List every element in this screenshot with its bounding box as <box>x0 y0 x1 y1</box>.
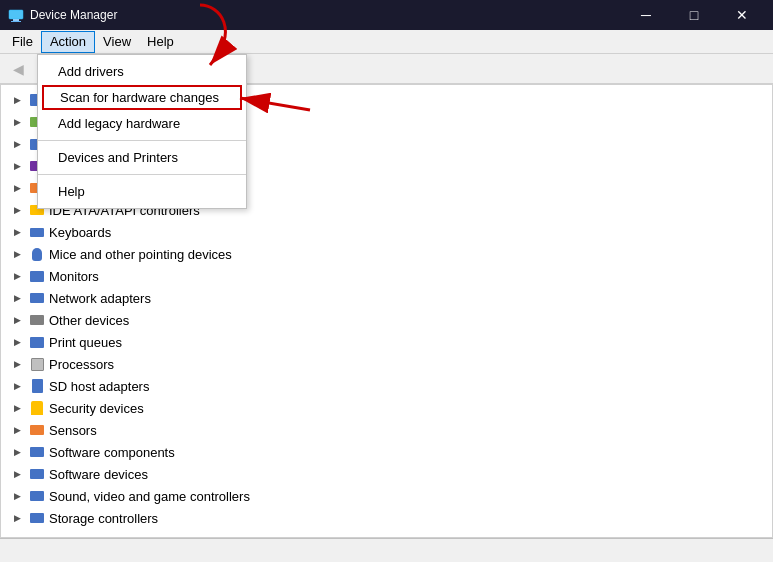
svg-rect-0 <box>9 10 23 19</box>
sound-icon <box>29 488 45 504</box>
tree-item-software-components[interactable]: ▶ Software components <box>1 441 772 463</box>
tree-label-software-components: Software components <box>49 445 175 460</box>
status-bar <box>0 538 773 562</box>
expand-arrow: ▶ <box>9 202 25 218</box>
tree-label-monitors: Monitors <box>49 269 99 284</box>
network-icon <box>29 290 45 306</box>
tree-label-sensors: Sensors <box>49 423 97 438</box>
tree-item-print[interactable]: ▶ Print queues <box>1 331 772 353</box>
menu-item-scan-hardware[interactable]: Scan for hardware changes <box>42 85 242 110</box>
tree-label-keyboards: Keyboards <box>49 225 111 240</box>
expand-arrow: ▶ <box>9 334 25 350</box>
menu-divider-2 <box>38 174 246 175</box>
tree-item-storage[interactable]: ▶ Storage controllers <box>1 507 772 529</box>
expand-arrow: ▶ <box>9 246 25 262</box>
expand-arrow: ▶ <box>9 180 25 196</box>
tree-label-other: Other devices <box>49 313 129 328</box>
software-components-icon <box>29 444 45 460</box>
tree-item-mice[interactable]: ▶ Mice and other pointing devices <box>1 243 772 265</box>
expand-arrow: ▶ <box>9 136 25 152</box>
expand-arrow: ▶ <box>9 356 25 372</box>
tree-label-software-devices: Software devices <box>49 467 148 482</box>
other-icon <box>29 312 45 328</box>
tree-label-sd: SD host adapters <box>49 379 149 394</box>
window-title: Device Manager <box>30 8 623 22</box>
mouse-icon <box>29 246 45 262</box>
expand-arrow: ▶ <box>9 158 25 174</box>
menu-divider-1 <box>38 140 246 141</box>
menu-action[interactable]: Action <box>41 31 95 53</box>
menu-view[interactable]: View <box>95 31 139 53</box>
expand-arrow: ▶ <box>9 488 25 504</box>
storage-icon <box>29 510 45 526</box>
svg-rect-2 <box>11 21 21 22</box>
menu-help[interactable]: Help <box>139 31 182 53</box>
close-button[interactable]: ✕ <box>719 0 765 30</box>
print-icon <box>29 334 45 350</box>
tree-label-print: Print queues <box>49 335 122 350</box>
tree-label-storage: Storage controllers <box>49 511 158 526</box>
tree-item-other[interactable]: ▶ Other devices <box>1 309 772 331</box>
expand-arrow: ▶ <box>9 268 25 284</box>
sensor-icon <box>29 422 45 438</box>
tree-item-sound[interactable]: ▶ Sound, video and game controllers <box>1 485 772 507</box>
maximize-button[interactable]: □ <box>671 0 717 30</box>
expand-arrow: ▶ <box>9 444 25 460</box>
tree-label-security: Security devices <box>49 401 144 416</box>
menu-item-add-drivers[interactable]: Add drivers <box>38 59 246 84</box>
svg-rect-1 <box>13 19 19 21</box>
tree-item-network[interactable]: ▶ Network adapters <box>1 287 772 309</box>
window-controls: ─ □ ✕ <box>623 0 765 30</box>
tree-item-keyboards[interactable]: ▶ Keyboards <box>1 221 772 243</box>
tree-item-software-devices[interactable]: ▶ Software devices <box>1 463 772 485</box>
expand-arrow: ▶ <box>9 422 25 438</box>
expand-arrow: ▶ <box>9 290 25 306</box>
expand-arrow: ▶ <box>9 378 25 394</box>
minimize-button[interactable]: ─ <box>623 0 669 30</box>
expand-arrow: ▶ <box>9 224 25 240</box>
expand-arrow: ▶ <box>9 510 25 526</box>
tree-item-processors[interactable]: ▶ Processors <box>1 353 772 375</box>
expand-arrow: ▶ <box>9 114 25 130</box>
menu-item-add-legacy[interactable]: Add legacy hardware <box>38 111 246 136</box>
tree-item-sd[interactable]: ▶ SD host adapters <box>1 375 772 397</box>
tree-item-monitors[interactable]: ▶ Monitors <box>1 265 772 287</box>
processor-icon <box>29 356 45 372</box>
action-dropdown-menu[interactable]: Add drivers Scan for hardware changes Ad… <box>37 54 247 209</box>
menu-item-help[interactable]: Help <box>38 179 246 204</box>
tree-label-network: Network adapters <box>49 291 151 306</box>
expand-arrow: ▶ <box>9 92 25 108</box>
title-bar: Device Manager ─ □ ✕ <box>0 0 773 30</box>
tree-item-sensors[interactable]: ▶ Sensors <box>1 419 772 441</box>
expand-arrow: ▶ <box>9 312 25 328</box>
monitor-icon <box>29 268 45 284</box>
tree-label-mice: Mice and other pointing devices <box>49 247 232 262</box>
app-icon <box>8 7 24 23</box>
back-button: ◀ <box>4 56 32 82</box>
expand-arrow: ▶ <box>9 400 25 416</box>
keyboard-icon <box>29 224 45 240</box>
sd-icon <box>29 378 45 394</box>
tree-item-security[interactable]: ▶ Security devices <box>1 397 772 419</box>
security-icon <box>29 400 45 416</box>
software-devices-icon <box>29 466 45 482</box>
expand-arrow: ▶ <box>9 466 25 482</box>
menu-file[interactable]: File <box>4 31 41 53</box>
menu-bar: File Action View Help <box>0 30 773 54</box>
menu-item-devices-printers[interactable]: Devices and Printers <box>38 145 246 170</box>
tree-label-sound: Sound, video and game controllers <box>49 489 250 504</box>
tree-label-processors: Processors <box>49 357 114 372</box>
